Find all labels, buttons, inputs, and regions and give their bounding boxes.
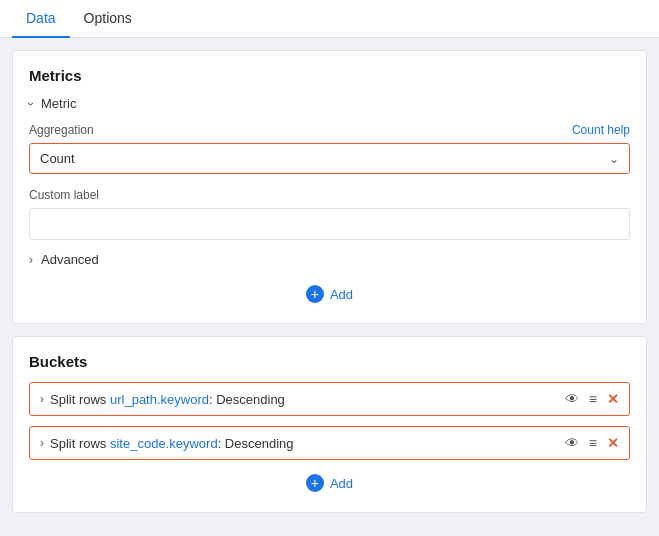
bucket-1-eye-icon[interactable]: 👁 <box>565 391 579 407</box>
bucket-2-left: › Split rows site_code.keyword: Descendi… <box>40 436 294 451</box>
tab-options[interactable]: Options <box>70 0 146 38</box>
metric-section-label: Metric <box>41 96 76 111</box>
bucket-2-suffix: : Descending <box>218 436 294 451</box>
custom-label-label: Custom label <box>29 188 630 202</box>
aggregation-field-row: Aggregation Count help <box>29 123 630 137</box>
buckets-panel: Buckets › Split rows url_path.keyword: D… <box>12 336 647 513</box>
bucket-1-reorder-icon[interactable]: ≡ <box>589 391 597 407</box>
bucket-2-reorder-icon[interactable]: ≡ <box>589 435 597 451</box>
buckets-add-button[interactable]: + Add <box>298 470 361 496</box>
main-content: Metrics › Metric Aggregation Count help … <box>0 38 659 525</box>
custom-label-input[interactable] <box>29 208 630 240</box>
bucket-item-2[interactable]: › Split rows site_code.keyword: Descendi… <box>29 426 630 460</box>
bucket-1-left: › Split rows url_path.keyword: Descendin… <box>40 392 285 407</box>
tab-data[interactable]: Data <box>12 0 70 38</box>
metrics-add-label: Add <box>330 287 353 302</box>
metric-chevron-icon: › <box>24 102 38 106</box>
bucket-2-chevron-icon: › <box>40 436 44 450</box>
advanced-row[interactable]: › Advanced <box>29 252 630 267</box>
bucket-item-1[interactable]: › Split rows url_path.keyword: Descendin… <box>29 382 630 416</box>
bucket-1-remove-icon[interactable]: ✕ <box>607 391 619 407</box>
tabs-bar: Data Options <box>0 0 659 38</box>
aggregation-value: Count <box>40 151 75 166</box>
metrics-panel: Metrics › Metric Aggregation Count help … <box>12 50 647 324</box>
buckets-title: Buckets <box>29 353 630 370</box>
metrics-add-button[interactable]: + Add <box>298 281 361 307</box>
metrics-add-row: + Add <box>29 281 630 307</box>
aggregation-chevron-icon: ⌄ <box>609 152 619 166</box>
advanced-label: Advanced <box>41 252 99 267</box>
bucket-2-prefix: Split rows <box>50 436 110 451</box>
aggregation-select[interactable]: Count ⌄ <box>29 143 630 174</box>
buckets-add-icon: + <box>306 474 324 492</box>
bucket-1-actions: 👁 ≡ ✕ <box>565 391 619 407</box>
bucket-1-prefix: Split rows <box>50 392 110 407</box>
bucket-2-keyword: site_code.keyword <box>110 436 218 451</box>
bucket-1-label: Split rows url_path.keyword: Descending <box>50 392 285 407</box>
bucket-2-remove-icon[interactable]: ✕ <box>607 435 619 451</box>
bucket-2-eye-icon[interactable]: 👁 <box>565 435 579 451</box>
metric-section-row[interactable]: › Metric <box>29 96 630 111</box>
bucket-1-keyword: url_path.keyword <box>110 392 209 407</box>
aggregation-label: Aggregation <box>29 123 94 137</box>
bucket-2-label: Split rows site_code.keyword: Descending <box>50 436 294 451</box>
metrics-add-icon: + <box>306 285 324 303</box>
bucket-1-chevron-icon: › <box>40 392 44 406</box>
bucket-2-actions: 👁 ≡ ✕ <box>565 435 619 451</box>
buckets-add-row: + Add <box>29 470 630 496</box>
metrics-title: Metrics <box>29 67 630 84</box>
advanced-chevron-icon: › <box>29 253 33 267</box>
bucket-1-suffix: : Descending <box>209 392 285 407</box>
buckets-add-label: Add <box>330 476 353 491</box>
aggregation-help-link[interactable]: Count help <box>572 123 630 137</box>
